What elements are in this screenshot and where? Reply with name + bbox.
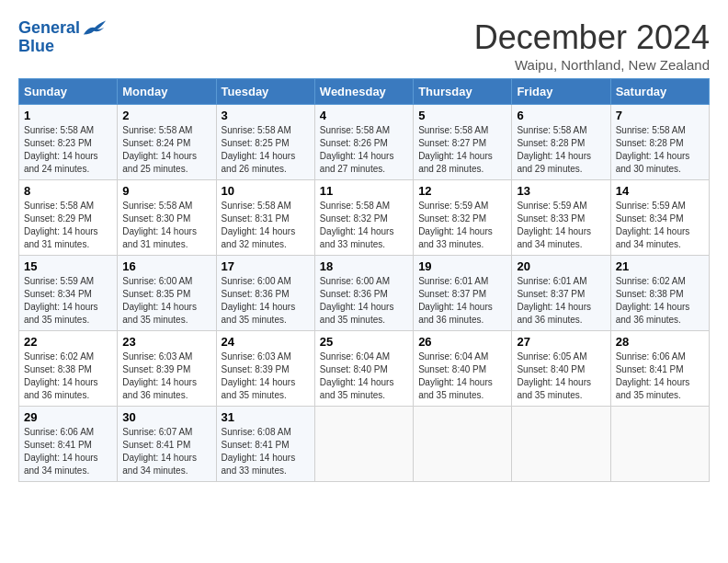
calendar-week-row: 29Sunrise: 6:06 AM Sunset: 8:41 PM Dayli… xyxy=(19,407,710,482)
day-info: Sunrise: 5:58 AM Sunset: 8:31 PM Dayligh… xyxy=(222,200,310,251)
day-info: Sunrise: 5:58 AM Sunset: 8:27 PM Dayligh… xyxy=(418,124,506,176)
calendar-header-row: SundayMondayTuesdayWednesdayThursdayFrid… xyxy=(19,79,710,105)
calendar-day-cell: 18Sunrise: 6:00 AM Sunset: 8:36 PM Dayli… xyxy=(314,256,413,331)
page-header: General Blue December 2024 Waipu, Northl… xyxy=(18,18,710,73)
calendar-day-cell: 31Sunrise: 6:08 AM Sunset: 8:41 PM Dayli… xyxy=(216,407,314,482)
calendar-day-cell: 24Sunrise: 6:03 AM Sunset: 8:39 PM Dayli… xyxy=(216,331,314,407)
day-info: Sunrise: 6:00 AM Sunset: 8:35 PM Dayligh… xyxy=(122,275,210,327)
calendar-day-cell: 15Sunrise: 5:59 AM Sunset: 8:34 PM Dayli… xyxy=(19,256,118,331)
calendar-day-cell: 19Sunrise: 6:01 AM Sunset: 8:37 PM Dayli… xyxy=(414,256,512,331)
day-number: 6 xyxy=(517,109,605,122)
day-number: 18 xyxy=(320,259,408,273)
day-info: Sunrise: 6:02 AM Sunset: 8:38 PM Dayligh… xyxy=(616,275,704,327)
location-subtitle: Waipu, Northland, New Zealand xyxy=(474,57,710,73)
day-number: 5 xyxy=(418,109,506,122)
day-info: Sunrise: 6:04 AM Sunset: 8:40 PM Dayligh… xyxy=(320,350,408,402)
day-number: 25 xyxy=(320,335,408,349)
title-area: December 2024 Waipu, Northland, New Zeal… xyxy=(474,18,710,73)
day-info: Sunrise: 5:58 AM Sunset: 8:25 PM Dayligh… xyxy=(222,124,310,176)
day-info: Sunrise: 6:03 AM Sunset: 8:39 PM Dayligh… xyxy=(122,350,210,402)
calendar-week-row: 15Sunrise: 5:59 AM Sunset: 8:34 PM Dayli… xyxy=(19,256,710,331)
day-info: Sunrise: 5:58 AM Sunset: 8:29 PM Dayligh… xyxy=(24,200,112,251)
calendar-day-cell: 6Sunrise: 5:58 AM Sunset: 8:28 PM Daylig… xyxy=(512,105,610,180)
day-number: 9 xyxy=(122,184,210,198)
calendar-day-cell: 26Sunrise: 6:04 AM Sunset: 8:40 PM Dayli… xyxy=(414,331,512,407)
day-number: 29 xyxy=(24,410,112,424)
day-info: Sunrise: 6:08 AM Sunset: 8:41 PM Dayligh… xyxy=(222,426,310,477)
calendar-table: SundayMondayTuesdayWednesdayThursdayFrid… xyxy=(18,78,710,482)
calendar-day-cell: 25Sunrise: 6:04 AM Sunset: 8:40 PM Dayli… xyxy=(314,331,413,407)
calendar-week-row: 8Sunrise: 5:58 AM Sunset: 8:29 PM Daylig… xyxy=(19,180,710,256)
day-info: Sunrise: 6:06 AM Sunset: 8:41 PM Dayligh… xyxy=(616,350,704,402)
day-info: Sunrise: 6:05 AM Sunset: 8:40 PM Dayligh… xyxy=(517,350,605,402)
day-info: Sunrise: 5:58 AM Sunset: 8:24 PM Dayligh… xyxy=(122,124,210,176)
day-number: 21 xyxy=(616,259,704,273)
day-number: 11 xyxy=(320,184,408,198)
day-number: 23 xyxy=(122,335,210,349)
day-info: Sunrise: 5:59 AM Sunset: 8:33 PM Dayligh… xyxy=(517,200,605,251)
day-number: 15 xyxy=(24,259,112,273)
logo-bird-icon xyxy=(82,18,108,39)
calendar-day-cell: 7Sunrise: 5:58 AM Sunset: 8:28 PM Daylig… xyxy=(610,105,709,180)
day-info: Sunrise: 6:00 AM Sunset: 8:36 PM Dayligh… xyxy=(222,275,310,327)
day-info: Sunrise: 5:59 AM Sunset: 8:34 PM Dayligh… xyxy=(616,200,704,251)
calendar-day-cell: 2Sunrise: 5:58 AM Sunset: 8:24 PM Daylig… xyxy=(118,105,216,180)
day-number: 19 xyxy=(418,259,506,273)
day-number: 17 xyxy=(222,259,310,273)
month-title: December 2024 xyxy=(474,18,710,57)
calendar-day-header: Wednesday xyxy=(314,79,413,105)
logo-text: General xyxy=(18,19,80,38)
day-info: Sunrise: 5:58 AM Sunset: 8:26 PM Dayligh… xyxy=(320,124,408,176)
calendar-day-cell: 20Sunrise: 6:01 AM Sunset: 8:37 PM Dayli… xyxy=(512,256,610,331)
calendar-day-cell xyxy=(610,407,709,482)
day-info: Sunrise: 5:58 AM Sunset: 8:28 PM Dayligh… xyxy=(517,124,605,176)
calendar-day-cell xyxy=(512,407,610,482)
day-number: 14 xyxy=(616,184,704,198)
day-number: 31 xyxy=(222,410,310,424)
calendar-week-row: 1Sunrise: 5:58 AM Sunset: 8:23 PM Daylig… xyxy=(19,105,710,180)
calendar-day-cell: 28Sunrise: 6:06 AM Sunset: 8:41 PM Dayli… xyxy=(610,331,709,407)
day-info: Sunrise: 5:58 AM Sunset: 8:28 PM Dayligh… xyxy=(616,124,704,176)
calendar-day-cell: 17Sunrise: 6:00 AM Sunset: 8:36 PM Dayli… xyxy=(216,256,314,331)
day-info: Sunrise: 5:58 AM Sunset: 8:23 PM Dayligh… xyxy=(24,124,112,176)
day-number: 8 xyxy=(24,184,112,198)
day-number: 4 xyxy=(320,109,408,122)
day-info: Sunrise: 6:04 AM Sunset: 8:40 PM Dayligh… xyxy=(418,350,506,402)
calendar-day-cell: 3Sunrise: 5:58 AM Sunset: 8:25 PM Daylig… xyxy=(216,105,314,180)
day-number: 10 xyxy=(222,184,310,198)
day-info: Sunrise: 6:06 AM Sunset: 8:41 PM Dayligh… xyxy=(24,426,112,477)
calendar-day-cell: 23Sunrise: 6:03 AM Sunset: 8:39 PM Dayli… xyxy=(118,331,216,407)
day-number: 13 xyxy=(517,184,605,198)
day-info: Sunrise: 6:01 AM Sunset: 8:37 PM Dayligh… xyxy=(418,275,506,327)
calendar-day-cell: 4Sunrise: 5:58 AM Sunset: 8:26 PM Daylig… xyxy=(314,105,413,180)
day-number: 16 xyxy=(122,259,210,273)
day-number: 7 xyxy=(616,109,704,122)
calendar-day-header: Monday xyxy=(118,79,216,105)
day-number: 24 xyxy=(222,335,310,349)
day-info: Sunrise: 5:59 AM Sunset: 8:32 PM Dayligh… xyxy=(418,200,506,251)
calendar-day-header: Tuesday xyxy=(216,79,314,105)
day-number: 20 xyxy=(517,259,605,273)
calendar-day-cell: 11Sunrise: 5:58 AM Sunset: 8:32 PM Dayli… xyxy=(314,180,413,256)
day-number: 2 xyxy=(122,109,210,122)
calendar-day-cell: 21Sunrise: 6:02 AM Sunset: 8:38 PM Dayli… xyxy=(610,256,709,331)
calendar-day-cell: 1Sunrise: 5:58 AM Sunset: 8:23 PM Daylig… xyxy=(19,105,118,180)
calendar-day-cell xyxy=(414,407,512,482)
day-info: Sunrise: 6:00 AM Sunset: 8:36 PM Dayligh… xyxy=(320,275,408,327)
day-number: 3 xyxy=(222,109,310,122)
calendar-day-cell: 10Sunrise: 5:58 AM Sunset: 8:31 PM Dayli… xyxy=(216,180,314,256)
calendar-day-cell: 16Sunrise: 6:00 AM Sunset: 8:35 PM Dayli… xyxy=(118,256,216,331)
calendar-day-header: Saturday xyxy=(610,79,709,105)
calendar-day-cell: 9Sunrise: 5:58 AM Sunset: 8:30 PM Daylig… xyxy=(118,180,216,256)
calendar-day-cell: 27Sunrise: 6:05 AM Sunset: 8:40 PM Dayli… xyxy=(512,331,610,407)
day-number: 12 xyxy=(418,184,506,198)
day-info: Sunrise: 6:03 AM Sunset: 8:39 PM Dayligh… xyxy=(222,350,310,402)
day-number: 30 xyxy=(122,410,210,424)
day-info: Sunrise: 5:59 AM Sunset: 8:34 PM Dayligh… xyxy=(24,275,112,327)
logo: General Blue xyxy=(18,18,108,56)
day-info: Sunrise: 6:07 AM Sunset: 8:41 PM Dayligh… xyxy=(122,426,210,477)
calendar-day-cell: 14Sunrise: 5:59 AM Sunset: 8:34 PM Dayli… xyxy=(610,180,709,256)
day-info: Sunrise: 6:02 AM Sunset: 8:38 PM Dayligh… xyxy=(24,350,112,402)
calendar-day-cell: 12Sunrise: 5:59 AM Sunset: 8:32 PM Dayli… xyxy=(414,180,512,256)
day-number: 28 xyxy=(616,335,704,349)
